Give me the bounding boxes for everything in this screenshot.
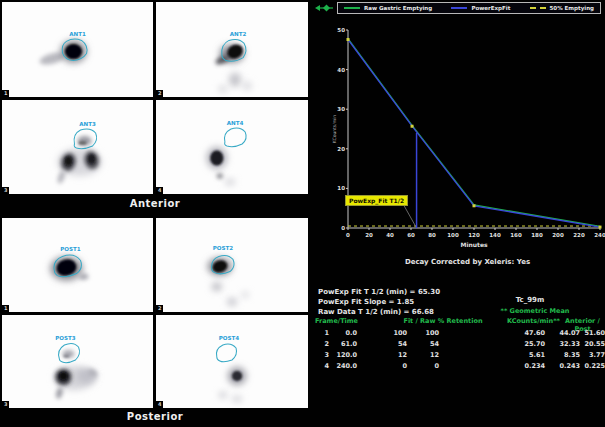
anterior-caption: Anterior [2, 198, 308, 209]
results-table-header: Frame/Time Fit / Raw % Retention KCounts… [315, 317, 605, 327]
scintigraphy-image-post2: POST2 [156, 218, 308, 312]
viewport-post1[interactable]: POST1 1 [2, 218, 153, 312]
legend-sample [451, 7, 467, 9]
svg-text:30: 30 [337, 106, 345, 112]
svg-text:0: 0 [346, 232, 350, 238]
table-row: 4240.0 00 0.234 0.2430.225 [315, 360, 605, 371]
svg-text:80: 80 [428, 232, 436, 238]
frame-number-badge: 4 [156, 401, 163, 408]
scintigraphy-image-post3: POST3 [2, 315, 153, 408]
geometric-mean-note: ** Geometric Mean [480, 307, 590, 315]
viewport-post3[interactable]: POST3 3 [2, 315, 153, 408]
legend-sample [344, 7, 360, 9]
svg-text:120: 120 [468, 232, 480, 238]
frame-number-badge: 4 [156, 187, 163, 194]
roi-label: POST4 [219, 335, 240, 341]
svg-text:40: 40 [386, 232, 394, 238]
svg-text:10: 10 [337, 185, 345, 191]
scintigraphy-image-post1: POST1 [2, 218, 153, 312]
decay-corrected-note: Decay Corrected by Xeleris: Yes [330, 258, 605, 266]
roi-label: POST3 [55, 335, 75, 341]
frame-number-badge: 3 [2, 187, 9, 194]
svg-text:20: 20 [337, 146, 345, 152]
viewport-ant4[interactable]: ANT4 4 [156, 100, 308, 194]
svg-text:240: 240 [594, 232, 605, 238]
svg-text:50: 50 [337, 27, 345, 33]
scintigraphy-image-ant1: ANT1 [2, 2, 153, 97]
roi-label: ANT4 [227, 120, 244, 126]
table-row: 3120.0 1212 5.61 8.353.77 [315, 349, 605, 360]
gastric-emptying-study-screen: ANT1 1 ANT2 2 ANT3 3 [0, 0, 605, 427]
t-half-annotation[interactable]: PowExp_Fit T1/2 [345, 195, 408, 206]
viewport-post4[interactable]: POST4 4 [156, 315, 308, 408]
svg-text:40: 40 [337, 67, 345, 73]
powexp-slope-value: PowExp Fit Slope = 1.85 [318, 297, 440, 307]
powexp-thalf-value: PowExp Fit T 1/2 (min) = 65.30 [318, 287, 440, 297]
svg-text:60: 60 [407, 232, 415, 238]
results-table: Frame/Time Fit / Raw % Retention KCounts… [315, 317, 605, 371]
isotope-label: Tc_99m [490, 296, 570, 304]
scintigraphy-image-ant2: ANT2 [156, 2, 308, 97]
fit-statistics: PowExp Fit T 1/2 (min) = 65.30 PowExp Fi… [318, 287, 440, 317]
viewport-ant2[interactable]: ANT2 2 [156, 2, 308, 97]
viewport-ant1[interactable]: ANT1 1 [2, 2, 153, 97]
legend-sample [530, 7, 546, 9]
scintigraphy-image-ant3: ANT3 [2, 100, 153, 194]
chart-svg: 0102030405002040608010012014016018020022… [330, 20, 605, 256]
svg-text:KCounts/min: KCounts/min [332, 115, 337, 144]
svg-text:0: 0 [341, 225, 345, 231]
roi-label: POST1 [60, 246, 80, 252]
frame-number-badge: 1 [2, 90, 9, 97]
svg-text:180: 180 [531, 232, 543, 238]
roi-contour[interactable] [225, 128, 247, 147]
roi-label: ANT3 [79, 121, 96, 127]
svg-text:100: 100 [447, 232, 459, 238]
svg-text:Minutes: Minutes [460, 241, 488, 248]
rawdata-thalf-value: Raw Data T 1/2 (min) = 66.68 [318, 307, 440, 317]
svg-text:140: 140 [489, 232, 501, 238]
posterior-caption: Posterior [2, 411, 308, 422]
roi-label: ANT2 [230, 31, 247, 37]
frame-number-badge: 2 [156, 305, 163, 312]
legend-item-fifty: 50% Emptying [530, 5, 594, 11]
svg-text:200: 200 [552, 232, 564, 238]
viewport-ant3[interactable]: ANT3 3 [2, 100, 153, 194]
legend-arrow-icon[interactable] [314, 3, 336, 13]
frame-number-badge: 3 [2, 401, 9, 408]
svg-text:160: 160 [510, 232, 522, 238]
svg-text:220: 220 [573, 232, 585, 238]
roi-contour[interactable] [216, 344, 236, 362]
svg-text:20: 20 [365, 232, 373, 238]
scintigraphy-image-ant4: ANT4 [156, 100, 308, 194]
chart-legend: Raw Gastric Emptying PowerExpFit 50% Emp… [337, 2, 601, 14]
roi-label: POST2 [213, 245, 234, 251]
roi-label: ANT1 [69, 31, 86, 37]
scintigraphy-image-post4: POST4 [156, 315, 308, 408]
gastric-emptying-chart: 0102030405002040608010012014016018020022… [330, 20, 605, 256]
frame-number-badge: 2 [156, 90, 163, 97]
legend-item-fit: PowerExpFit [451, 5, 510, 11]
legend-item-raw: Raw Gastric Emptying [344, 5, 432, 11]
frame-number-badge: 1 [2, 305, 9, 312]
table-row: 261.0 5454 25.70 32.3320.55 [315, 338, 605, 349]
viewport-post2[interactable]: POST2 2 [156, 218, 308, 312]
